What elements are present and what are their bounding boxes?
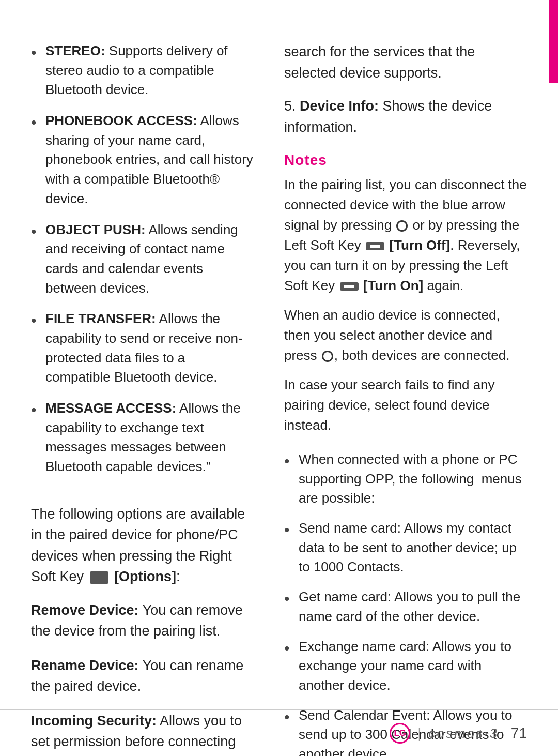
content-area: STEREO: Supports delivery of stereo audi… xyxy=(0,41,558,704)
brand-area: LG | cosmos·3 71 xyxy=(390,723,527,744)
list-item: MESSAGE ACCESS: Allows the capability to… xyxy=(31,399,253,477)
lg-text: LG xyxy=(394,728,406,738)
list-item: Send name card: Allows my contact data t… xyxy=(284,519,527,577)
item-text: When connected with a phone or PC suppor… xyxy=(299,451,522,506)
list-item: Remove Device: You can remove the device… xyxy=(31,600,253,642)
right-column: search for the services that the selecte… xyxy=(284,41,527,704)
notes-heading: Notes xyxy=(284,152,527,169)
term-label: FILE TRANSFER: xyxy=(45,311,156,326)
term-label: STEREO: xyxy=(45,43,105,58)
svg-rect-1 xyxy=(344,285,354,288)
cosmos-brand-text: cosmos·3 xyxy=(429,725,499,742)
left-column: STEREO: Supports delivery of stereo audi… xyxy=(31,41,253,704)
item-text: Send name card: Allows my contact data t… xyxy=(299,520,517,574)
item-term: Remove Device: xyxy=(31,602,139,618)
list-item: PHONEBOOK ACCESS: Allows sharing of your… xyxy=(31,111,253,208)
device-info-term: Device Info: xyxy=(300,98,379,114)
list-item: Exchange name card: Allows you to exchan… xyxy=(284,637,527,695)
feature-bullet-list: STEREO: Supports delivery of stereo audi… xyxy=(31,41,253,488)
options-label: [Options] xyxy=(114,569,176,584)
item-text: Exchange name card: Allows you to exchan… xyxy=(299,639,512,693)
notes-paragraph-3: In case your search fails to find any pa… xyxy=(284,375,527,435)
lg-logo: LG xyxy=(390,723,410,744)
list-item: Get name card: Allows you to pull the na… xyxy=(284,587,527,626)
list-item: OBJECT PUSH: Allows sending and receivin… xyxy=(31,220,253,298)
list-item: When connected with a phone or PC suppor… xyxy=(284,450,527,508)
lg-circle-icon: LG xyxy=(390,723,410,744)
softkey-turnon-icon xyxy=(340,282,359,291)
turn-on-label: [Turn On] xyxy=(363,278,423,293)
turn-off-label: [Turn Off] xyxy=(389,237,450,253)
term-label: OBJECT PUSH: xyxy=(45,222,146,237)
page-container: STEREO: Supports delivery of stereo audi… xyxy=(0,0,558,756)
list-item: Rename Device: You can rename the paired… xyxy=(31,655,253,697)
device-info-item: 5. Device Info: Shows the device informa… xyxy=(284,96,527,138)
notes-paragraph-1: In the pairing list, you can disconnect … xyxy=(284,175,527,296)
softkey-svg2 xyxy=(344,283,354,290)
list-item: FILE TRANSFER: Allows the capability to … xyxy=(31,309,253,387)
notes-paragraph-2: When an audio device is connected, then … xyxy=(284,305,527,366)
svg-rect-0 xyxy=(370,245,380,248)
service-discovery-continuation: search for the services that the selecte… xyxy=(284,41,527,83)
softkey-turnoff-icon xyxy=(366,242,384,250)
circle-ok-icon xyxy=(396,220,408,232)
item-text: Get name card: Allows you to pull the na… xyxy=(299,589,520,624)
footer: LG | cosmos·3 71 xyxy=(0,709,558,756)
term-label: PHONEBOOK ACCESS: xyxy=(45,113,197,128)
page-number: 71 xyxy=(511,725,527,742)
circle-ok-icon-2 xyxy=(322,351,333,362)
softkey-svg xyxy=(370,243,380,249)
options-key-icon xyxy=(90,571,109,584)
term-label: MESSAGE ACCESS: xyxy=(45,400,176,416)
separator: | xyxy=(417,725,421,742)
intro-paragraph: The following options are available in t… xyxy=(31,504,253,587)
list-item: STEREO: Supports delivery of stereo audi… xyxy=(31,41,253,100)
item-term: Rename Device: xyxy=(31,658,139,673)
